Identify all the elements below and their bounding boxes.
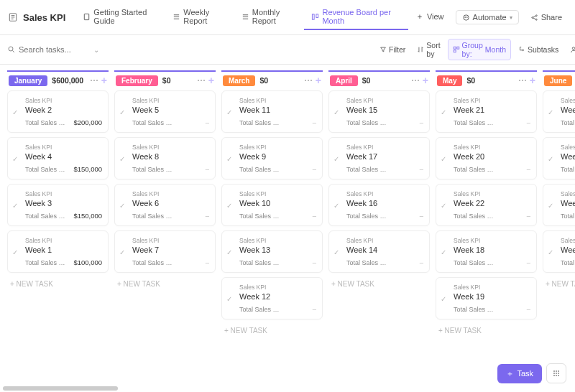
new-task-button[interactable]: + NEW TASK bbox=[114, 277, 216, 291]
check-icon[interactable]: ✓ bbox=[334, 248, 339, 256]
sortby-button[interactable]: Sort by bbox=[413, 39, 444, 60]
task-card[interactable]: ✓Sales KPIWeek 20Total Sales …– bbox=[436, 137, 537, 179]
check-icon[interactable]: ✓ bbox=[226, 248, 232, 256]
check-icon[interactable]: ✓ bbox=[12, 108, 18, 116]
tab-add-view[interactable]: + View bbox=[408, 4, 451, 30]
task-card[interactable]: ✓Sales KPIWeek 3Total Sales …$150,000 bbox=[7, 184, 109, 226]
task-card[interactable]: ✓Sales KPIWeek 21Total Sales …– bbox=[436, 90, 537, 133]
task-card[interactable]: ✓Sales KPIWeek 15Total Sales …– bbox=[328, 90, 430, 133]
check-icon[interactable]: ✓ bbox=[119, 248, 125, 256]
task-card[interactable]: ✓Sales KPIWeek 1Total Sales …$100,000 bbox=[7, 230, 109, 273]
task-card[interactable]: ✓Sales KPIWeek 23Total Sales …– bbox=[543, 184, 575, 226]
card-title: Week 7 bbox=[132, 246, 209, 254]
column-add[interactable]: + bbox=[423, 75, 428, 86]
task-card[interactable]: ✓Sales KPIWeek 5Total Sales …– bbox=[114, 90, 216, 133]
check-icon[interactable]: ✓ bbox=[548, 248, 553, 256]
task-card[interactable]: ✓Sales KPIWeek 11Total Sales …– bbox=[221, 90, 323, 133]
task-card[interactable]: ✓Sales KPIWeek 25Total Sales …– bbox=[543, 90, 575, 133]
search-input[interactable] bbox=[19, 45, 91, 54]
task-card[interactable]: ✓Sales KPIWeek 18Total Sales …– bbox=[436, 230, 537, 273]
check-icon[interactable]: ✓ bbox=[226, 108, 232, 116]
check-icon[interactable]: ✓ bbox=[441, 201, 446, 209]
check-icon[interactable]: ✓ bbox=[119, 108, 125, 116]
task-card[interactable]: ✓Sales KPIWeek 26Total Sales …– bbox=[543, 230, 575, 273]
share-button[interactable]: Share bbox=[525, 11, 568, 24]
task-card[interactable]: ✓Sales KPIWeek 24Total Sales …– bbox=[543, 137, 575, 179]
check-icon[interactable]: ✓ bbox=[334, 154, 339, 162]
task-card[interactable]: ✓Sales KPIWeek 4Total Sales …$150,000 bbox=[7, 137, 109, 179]
column-add[interactable]: + bbox=[101, 75, 107, 86]
task-card[interactable]: ✓Sales KPIWeek 16Total Sales …– bbox=[328, 184, 430, 226]
check-icon[interactable]: ✓ bbox=[334, 201, 339, 209]
check-icon[interactable]: ✓ bbox=[226, 154, 232, 162]
column-menu[interactable]: ⋯ bbox=[197, 75, 206, 85]
month-pill[interactable]: April bbox=[330, 75, 358, 86]
check-icon[interactable]: ✓ bbox=[548, 108, 553, 116]
check-icon[interactable]: ✓ bbox=[12, 201, 18, 209]
task-card[interactable]: ✓Sales KPIWeek 10Total Sales …– bbox=[221, 184, 323, 226]
check-icon[interactable]: ✓ bbox=[441, 248, 446, 256]
check-icon[interactable]: ✓ bbox=[12, 248, 18, 256]
svg-point-5 bbox=[464, 17, 465, 17]
task-card[interactable]: ✓Sales KPIWeek 7Total Sales …– bbox=[114, 230, 216, 273]
new-task-button[interactable]: + NEW TASK bbox=[7, 277, 109, 291]
month-pill[interactable]: February bbox=[116, 75, 158, 86]
check-icon[interactable]: ✓ bbox=[334, 108, 339, 116]
new-task-fab[interactable]: ＋ Task bbox=[497, 364, 542, 383]
month-pill[interactable]: January bbox=[9, 75, 47, 86]
task-card[interactable]: ✓Sales KPIWeek 2Total Sales …$200,000 bbox=[7, 90, 109, 133]
new-task-button[interactable]: + NEW TASK bbox=[543, 277, 575, 291]
horizontal-scrollbar[interactable] bbox=[3, 386, 118, 391]
task-card[interactable]: ✓Sales KPIWeek 13Total Sales …– bbox=[221, 230, 323, 273]
task-card[interactable]: ✓Sales KPIWeek 6Total Sales …– bbox=[114, 184, 216, 226]
task-card[interactable]: ✓Sales KPIWeek 9Total Sales …– bbox=[221, 137, 323, 179]
card-category: Sales KPI bbox=[239, 284, 316, 291]
task-card[interactable]: ✓Sales KPIWeek 8Total Sales …– bbox=[114, 137, 216, 179]
tab-getting-started[interactable]: Getting Started Guide bbox=[75, 4, 165, 30]
column-menu[interactable]: ⋯ bbox=[411, 75, 420, 85]
check-icon[interactable]: ✓ bbox=[119, 154, 125, 162]
check-icon[interactable]: ✓ bbox=[441, 294, 446, 302]
filter-button[interactable]: Filter bbox=[375, 44, 410, 55]
check-icon[interactable]: ✓ bbox=[441, 154, 446, 162]
new-task-button[interactable]: + NEW TASK bbox=[436, 324, 537, 337]
me-button[interactable]: Me bbox=[566, 44, 575, 55]
column-menu[interactable]: ⋯ bbox=[90, 75, 98, 85]
card-field-label: Total Sales … bbox=[454, 213, 494, 220]
column-menu[interactable]: ⋯ bbox=[518, 75, 527, 85]
task-card[interactable]: ✓Sales KPIWeek 19Total Sales …– bbox=[436, 277, 537, 319]
column-add[interactable]: + bbox=[530, 75, 535, 86]
automate-button[interactable]: Automate ▾ bbox=[456, 10, 519, 24]
search-wrap: ⌄ bbox=[7, 45, 372, 54]
chevron-down-icon[interactable]: ⌄ bbox=[93, 46, 99, 54]
check-icon[interactable]: ✓ bbox=[548, 154, 553, 162]
month-pill[interactable]: March bbox=[223, 75, 255, 86]
doc-icon bbox=[7, 11, 19, 23]
check-icon[interactable]: ✓ bbox=[226, 294, 232, 302]
subtasks-button[interactable]: Subtasks bbox=[514, 44, 563, 55]
card-field-label: Total Sales … bbox=[239, 213, 280, 220]
new-task-button[interactable]: + NEW TASK bbox=[328, 277, 430, 291]
groupby-button[interactable]: Group by: Month bbox=[448, 39, 511, 60]
check-icon[interactable]: ✓ bbox=[548, 201, 553, 209]
task-card[interactable]: ✓Sales KPIWeek 14Total Sales …– bbox=[328, 230, 430, 273]
new-task-button[interactable]: + NEW TASK bbox=[221, 324, 323, 337]
check-icon[interactable]: ✓ bbox=[226, 201, 232, 209]
month-pill[interactable]: June bbox=[544, 75, 572, 86]
task-card[interactable]: ✓Sales KPIWeek 17Total Sales …– bbox=[328, 137, 430, 179]
tab-revenue-board[interactable]: Revenue Board per Month bbox=[304, 4, 408, 30]
check-icon[interactable]: ✓ bbox=[12, 154, 18, 162]
tab-monthly-report[interactable]: Monthly Report bbox=[234, 4, 305, 30]
robot-icon bbox=[462, 14, 470, 22]
column-menu[interactable]: ⋯ bbox=[304, 75, 313, 85]
apps-fab[interactable] bbox=[546, 363, 566, 383]
column-add[interactable]: + bbox=[208, 75, 214, 86]
tab-weekly-report[interactable]: Weekly Report bbox=[165, 4, 234, 30]
task-card[interactable]: ✓Sales KPIWeek 12Total Sales …– bbox=[221, 277, 323, 319]
tab-label: Getting Started Guide bbox=[93, 8, 158, 25]
check-icon[interactable]: ✓ bbox=[441, 108, 446, 116]
task-card[interactable]: ✓Sales KPIWeek 22Total Sales …– bbox=[436, 184, 537, 226]
month-pill[interactable]: May bbox=[437, 75, 462, 86]
check-icon[interactable]: ✓ bbox=[119, 201, 125, 209]
column-add[interactable]: + bbox=[316, 75, 321, 86]
